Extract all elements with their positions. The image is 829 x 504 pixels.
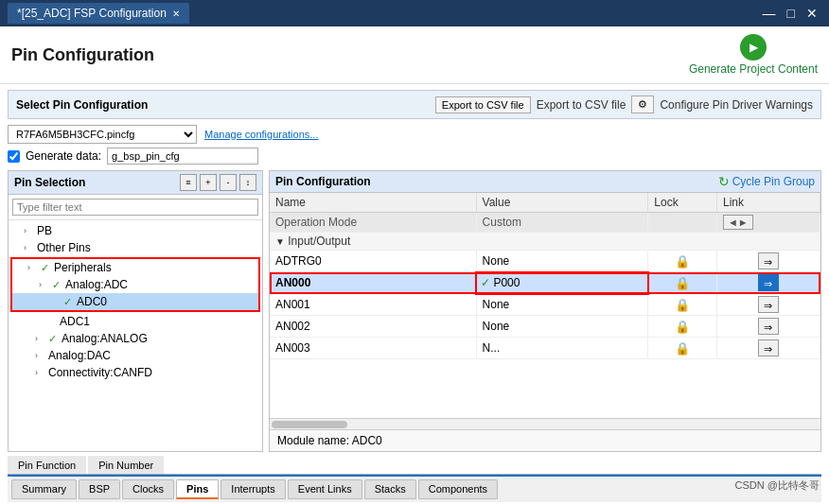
tab-label: *[25_ADC] FSP Configuration <box>17 7 167 20</box>
row-value-an002: None <box>476 316 648 338</box>
row-lock-adtrg0[interactable]: 🔒 <box>648 251 717 272</box>
func-tabs: Pin Function Pin Number <box>8 456 821 475</box>
table-row[interactable]: AN002 None 🔒 ⇒ <box>270 316 820 338</box>
group-label: ▼ Input/Output <box>270 233 820 251</box>
tab-close-icon[interactable]: ✕ <box>172 9 180 19</box>
configure-warnings-button[interactable]: ⚙ <box>631 96 654 113</box>
tree-item-analog-analog[interactable]: › ✓ Analog:ANALOG <box>9 330 262 347</box>
pin-config-table: Name Value Lock Link Operation Mode Cust… <box>270 193 820 359</box>
tree-item-connectivity-canfd[interactable]: › Connectivity:CANFD <box>9 364 262 381</box>
main-content: Pin Configuration Generate Project Conte… <box>0 26 829 504</box>
tree-item-analog-adc[interactable]: › ✓ Analog:ADC <box>12 276 258 293</box>
horizontal-scrollbar[interactable] <box>270 418 820 429</box>
close-icon[interactable]: ✕ <box>803 6 821 21</box>
panel-area: Pin Selection ≡ + - ↕ › PB › <box>8 170 821 452</box>
lock-icon-locked: 🔒 <box>675 276 690 290</box>
manage-configurations-link[interactable]: Manage configurations... <box>204 129 318 140</box>
op-mode-link-cell: ◄► <box>716 213 820 233</box>
row-lock-an000[interactable]: 🔒 <box>648 272 717 294</box>
configure-warnings-label: Configure Pin Driver Warnings <box>660 98 813 112</box>
page-header: Pin Configuration Generate Project Conte… <box>0 26 829 84</box>
arrow-link-icon[interactable]: ⇒ <box>758 296 779 313</box>
tree-label-adc0: ADC0 <box>77 295 107 308</box>
watermark: CSDN @比特冬哥 <box>735 478 820 493</box>
tree-area: › PB › Other Pins › ✓ Peripherals › <box>9 220 262 451</box>
generate-data-checkbox[interactable] <box>8 150 20 163</box>
tree-arrow: › <box>24 243 33 252</box>
arrow-link-active-icon[interactable]: ⇒ <box>758 274 779 291</box>
maximize-icon[interactable]: □ <box>784 6 799 21</box>
row-value-an001: None <box>476 294 648 316</box>
lock-icon: 🔒 <box>675 341 690 356</box>
row-value-an003: N... <box>476 338 648 359</box>
minimize-icon[interactable]: — <box>759 6 780 21</box>
row-lock-an001[interactable]: 🔒 <box>648 294 717 316</box>
tab-bsp[interactable]: BSP <box>79 479 120 499</box>
table-row[interactable]: AN001 None 🔒 ⇒ <box>270 294 820 316</box>
tree-check-peripherals: ✓ <box>41 262 49 274</box>
tab-clocks[interactable]: Clocks <box>122 479 174 499</box>
select-pin-config-bar: Select Pin Configuration Export to CSV f… <box>8 90 821 119</box>
cycle-pin-group-button[interactable]: ↻ Cycle Pin Group <box>718 174 815 189</box>
tab-item[interactable]: *[25_ADC] FSP Configuration ✕ <box>8 3 189 24</box>
collapse-button[interactable]: - <box>220 174 237 191</box>
title-bar: *[25_ADC] FSP Configuration ✕ — □ ✕ <box>0 0 829 26</box>
export-csv-button[interactable]: Export to CSV file <box>435 96 531 113</box>
generate-project-content-button[interactable]: Generate Project Content <box>689 34 818 76</box>
arrow-link-icon[interactable]: ⇒ <box>758 318 779 335</box>
tree-label-analog-dac: Analog:DAC <box>48 349 111 362</box>
tree-arrow: › <box>24 226 33 235</box>
collapse-all-button[interactable]: ≡ <box>180 174 197 191</box>
row-link-an002[interactable]: ⇒ <box>716 316 820 338</box>
tab-event-links[interactable]: Event Links <box>288 479 362 499</box>
tab-stacks[interactable]: Stacks <box>364 479 416 499</box>
table-row[interactable]: AN003 N... 🔒 ⇒ <box>270 338 820 359</box>
arrows-icon[interactable]: ◄► <box>723 215 753 230</box>
table-row[interactable]: AN000 ✓ P000 🔒 ⇒ <box>270 272 820 294</box>
arrow-link-icon[interactable]: ⇒ <box>758 252 779 269</box>
tab-components[interactable]: Components <box>418 479 498 499</box>
row-link-adtrg0[interactable]: ⇒ <box>716 251 820 272</box>
tab-interrupts[interactable]: Interrupts <box>220 479 285 499</box>
row-lock-an003[interactable]: 🔒 <box>648 338 717 359</box>
bottom-section: Pin Function Pin Number Summary BSP Cloc… <box>8 456 821 502</box>
lock-icon: 🔒 <box>675 320 690 334</box>
tree-item-pb[interactable]: › PB <box>9 222 262 239</box>
tree-arrow-peripherals: › <box>27 263 37 272</box>
sort-button[interactable]: ↕ <box>239 174 256 191</box>
op-mode-lock-cell <box>648 213 717 233</box>
row-link-an001[interactable]: ⇒ <box>716 294 820 316</box>
nav-tabs-bar: Summary BSP Clocks Pins Interrupts Event… <box>8 475 821 502</box>
tree-arrow-analog-dac: › <box>35 351 44 360</box>
tab-pin-function[interactable]: Pin Function <box>8 456 86 474</box>
generate-btn-label: Generate Project Content <box>689 62 818 76</box>
row-lock-an002[interactable]: 🔒 <box>648 316 717 338</box>
tab-pins[interactable]: Pins <box>176 479 219 499</box>
operation-mode-row: Operation Mode Custom ◄► <box>270 213 820 233</box>
right-panel-title: Pin Configuration <box>275 175 371 188</box>
row-link-an003[interactable]: ⇒ <box>716 338 820 359</box>
table-row[interactable]: ADTRG0 None 🔒 ⇒ <box>270 251 820 272</box>
generate-data-input[interactable] <box>107 148 258 165</box>
col-header-name: Name <box>270 193 476 213</box>
config-file-select[interactable]: R7FA6M5BH3CFC.pincfg <box>8 125 197 144</box>
right-panel-header: Pin Configuration ↻ Cycle Pin Group <box>270 171 820 193</box>
expand-button[interactable]: + <box>200 174 217 191</box>
export-csv-label: Export to CSV file <box>537 98 626 112</box>
title-bar-left: *[25_ADC] FSP Configuration ✕ <box>8 3 189 24</box>
tab-pin-number[interactable]: Pin Number <box>88 456 164 474</box>
tree-label-adc1: ADC1 <box>60 315 90 328</box>
tree-item-analog-dac[interactable]: › Analog:DAC <box>9 347 262 364</box>
tree-item-adc1[interactable]: ADC1 <box>9 313 262 330</box>
tree-item-adc0[interactable]: ✓ ADC0 <box>12 293 258 310</box>
row-value-adtrg0: None <box>476 251 648 272</box>
filter-input[interactable] <box>12 199 258 216</box>
tab-summary[interactable]: Summary <box>11 479 77 499</box>
tree-item-other-pins[interactable]: › Other Pins <box>9 239 262 256</box>
config-bar-actions: Export to CSV file Export to CSV file ⚙ … <box>435 96 813 113</box>
tree-item-peripherals[interactable]: › ✓ Peripherals <box>12 259 258 276</box>
row-link-an000[interactable]: ⇒ <box>716 272 820 294</box>
lock-icon: 🔒 <box>675 254 690 269</box>
arrow-link-icon[interactable]: ⇒ <box>758 339 779 356</box>
row-name-an000: AN000 <box>270 272 476 294</box>
